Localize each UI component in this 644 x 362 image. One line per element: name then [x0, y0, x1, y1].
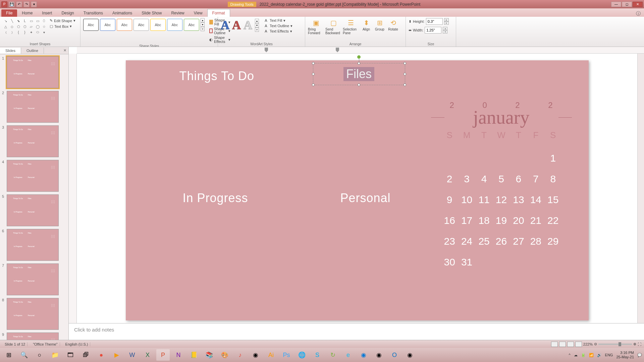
resize-handle[interactable] [404, 62, 406, 65]
text-box-button[interactable]: ▢Text Box ▾ [49, 24, 76, 29]
height-up[interactable]: ▴ [444, 18, 449, 21]
heading-files[interactable]: Files [343, 67, 374, 81]
excel-icon[interactable]: X [141, 349, 154, 361]
skype-icon[interactable]: S [311, 349, 324, 361]
selection-pane-button[interactable]: ☰Selection Pane [343, 18, 359, 35]
tray-wifi-icon[interactable]: 📶 [589, 353, 594, 357]
ruler-indent-right[interactable] [336, 48, 339, 52]
save-button[interactable]: 💾 [9, 1, 15, 7]
slide-thumbnail[interactable]: Things To Do Files In Progress Personal … [7, 263, 59, 295]
edge-icon[interactable]: ◉ [357, 349, 370, 361]
slide-thumbnail[interactable]: Things To Do Files In Progress Personal … [7, 194, 59, 226]
tab-home[interactable]: Home [17, 9, 37, 17]
view-reading-button[interactable] [567, 342, 574, 347]
tab-outline[interactable]: Outline [21, 48, 44, 54]
text-fill-button[interactable]: AText Fill ▾ [264, 18, 292, 23]
heading-personal[interactable]: Personal [340, 191, 391, 205]
slide-thumbnail[interactable]: Things To Do Files In Progress Personal … [7, 333, 59, 340]
taskbar-app-icon[interactable]: ▶ [110, 349, 123, 361]
redo-button[interactable]: ↷ [23, 1, 30, 7]
ruler-indent-left[interactable] [265, 48, 268, 52]
minimize-button[interactable]: — [611, 2, 621, 7]
group-button[interactable]: ⊞Group [374, 18, 386, 31]
heading-things-to-do[interactable]: Things To Do [179, 69, 254, 83]
ie-icon[interactable]: e [341, 349, 355, 361]
undo-button[interactable]: ↶ [16, 1, 22, 7]
slide-thumbnail[interactable]: Things To Do Files In Progress Personal … [7, 125, 59, 157]
zoom-slider[interactable] [598, 344, 632, 345]
tray-cloud-icon[interactable]: ☁ [574, 353, 578, 357]
tray-clock[interactable]: 3:16 PM 25-May-21 [616, 351, 634, 359]
view-sorter-button[interactable] [559, 342, 566, 347]
tab-design[interactable]: Design [57, 9, 78, 17]
tray-language[interactable]: ENG [605, 353, 613, 357]
taskbar-app-icon[interactable]: 🎨 [218, 349, 231, 361]
resize-handle[interactable] [358, 83, 360, 86]
text-effects-button[interactable]: AText Effects ▾ [264, 29, 292, 34]
file-explorer-icon[interactable]: 📁 [48, 349, 62, 361]
photoshop-icon[interactable]: Ps [280, 349, 293, 361]
tab-file[interactable]: File [1, 9, 17, 17]
slide-thumbnail[interactable]: Things To Do Files In Progress Personal … [7, 298, 59, 330]
chrome-icon[interactable]: ◉ [372, 349, 386, 361]
taskbar-app-icon[interactable]: ◉ [249, 349, 262, 361]
notes-pane[interactable]: Click to add notes [69, 323, 644, 340]
shapes-gallery[interactable]: ↘╲⬊L▭▭⬯ △◇⬠⬡▱◯☆ ⟮⟯{}✦⬭▾ [3, 18, 47, 35]
steam-icon[interactable]: ◉ [403, 349, 417, 361]
illustrator-icon[interactable]: Ai [264, 349, 278, 361]
resize-handle[interactable] [312, 62, 315, 65]
slide-thumbnail[interactable]: Things To Do Files In Progress Personal … [7, 56, 59, 88]
zoom-out-button[interactable]: ⊖ [594, 342, 597, 346]
maximize-button[interactable]: ◻ [622, 2, 632, 7]
width-down[interactable]: ▾ [443, 30, 447, 34]
text-outline-button[interactable]: AText Outline ▾ [264, 23, 292, 28]
zoom-in-button[interactable]: ⊕ [633, 342, 636, 346]
width-up[interactable]: ▴ [443, 27, 447, 30]
qat-customize[interactable]: ▾ [31, 1, 37, 7]
tab-slide-show[interactable]: Slide Show [137, 9, 166, 17]
powerpoint-icon[interactable]: P [1, 1, 7, 7]
height-input[interactable] [426, 18, 443, 25]
slide-thumbnail[interactable]: Things To Do Files In Progress Personal … [7, 91, 59, 123]
resize-handle[interactable] [358, 62, 360, 65]
resize-handle[interactable] [404, 83, 406, 86]
fit-to-window-button[interactable]: ⛶ [638, 342, 641, 346]
tab-insert[interactable]: Insert [37, 9, 57, 17]
tab-slides[interactable]: Slides [0, 48, 21, 54]
tray-volume-icon[interactable]: 🔊 [597, 353, 602, 357]
align-button[interactable]: ⬍Align [360, 18, 372, 31]
taskbar-app-icon[interactable]: ♪ [233, 349, 247, 361]
help-icon[interactable]: ⓘ [636, 11, 641, 17]
slide-thumbnail[interactable]: Things To Do Files In Progress Personal … [7, 160, 59, 192]
height-down[interactable]: ▾ [444, 21, 449, 25]
onenote-icon[interactable]: N [172, 349, 185, 361]
taskbar-app-icon[interactable]: 🌐 [295, 349, 309, 361]
width-input[interactable] [425, 27, 441, 34]
heading-in-progress[interactable]: In Progress [183, 191, 248, 205]
tab-format[interactable]: Format [207, 9, 230, 17]
resize-handle[interactable] [312, 83, 315, 86]
send-backward-button[interactable]: ▢Send Backward [325, 18, 341, 35]
slide-canvas-area[interactable]: Things To Do In Progress Personal Files [77, 54, 637, 323]
status-language[interactable]: English (U.S.) [63, 342, 91, 346]
taskbar-app-icon[interactable]: ↻ [326, 349, 339, 361]
taskbar-app-icon[interactable]: 📒 [187, 349, 201, 361]
outlook-icon[interactable]: O [388, 349, 401, 361]
thumbnail-list[interactable]: 1 Things To Do Files In Progress Persona… [0, 54, 68, 340]
tray-notifications-icon[interactable]: 💬 [637, 353, 642, 357]
word-icon[interactable]: W [125, 349, 139, 361]
powerpoint-icon[interactable]: P [156, 349, 170, 361]
selected-text-box[interactable]: Files [313, 63, 405, 85]
rotation-handle[interactable] [357, 55, 361, 59]
taskbar-app-icon[interactable]: ● [95, 349, 108, 361]
start-button[interactable]: ⊞ [2, 349, 15, 361]
close-button[interactable]: ✕ [633, 2, 643, 7]
wordart-gallery[interactable]: A A A ▴▾▿ [221, 18, 259, 32]
view-slideshow-button[interactable] [575, 342, 582, 347]
rotate-button[interactable]: ⟲Rotate [387, 18, 399, 31]
zoom-level[interactable]: 222% [583, 342, 593, 346]
taskbar-app-icon[interactable]: 🗊 [79, 349, 93, 361]
edit-shape-button[interactable]: ✎Edit Shape ▾ [49, 18, 76, 23]
slide-thumbnail[interactable]: Things To Do Files In Progress Personal … [7, 229, 59, 261]
cortana-icon[interactable]: ○ [33, 349, 46, 361]
